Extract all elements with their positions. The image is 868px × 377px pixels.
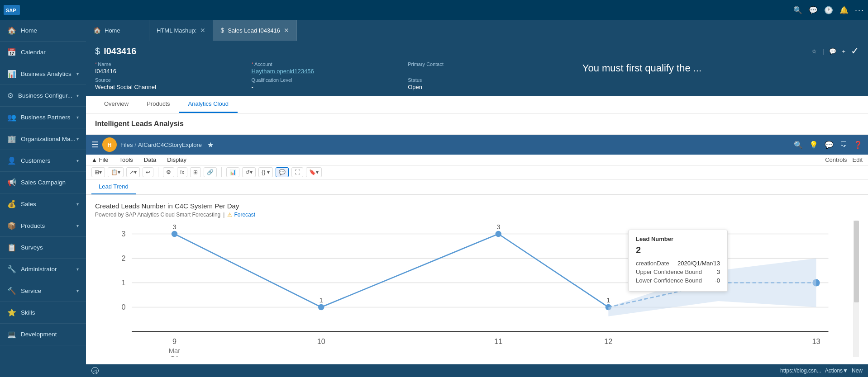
sidebar-item-calendar[interactable]: 📅 Calendar xyxy=(0,42,86,63)
menu-display[interactable]: Display xyxy=(167,156,186,163)
menu-file[interactable]: ▲ File xyxy=(91,156,108,163)
sac-path-files[interactable]: Files xyxy=(120,141,133,148)
comment-icon[interactable]: 💬 xyxy=(829,48,836,55)
toolbar-grid-btn[interactable]: ⊞▾ xyxy=(91,167,105,177)
toolbar-undo-btn[interactable]: ↩ xyxy=(143,167,153,177)
sidebar-item-products[interactable]: 📦 Products ▾ xyxy=(0,215,86,237)
controls-button[interactable]: Controls xyxy=(825,156,847,163)
sidebar-item-customers[interactable]: 👤 Customers ▾ xyxy=(0,150,86,172)
sac-path-story[interactable]: AICardC4CStoryExplore xyxy=(138,141,202,148)
chart-container: 3 2 1 0 xyxy=(95,221,859,357)
toolbar-comment-btn[interactable]: 💬 xyxy=(276,167,289,177)
toolbar-refresh-btn[interactable]: ↺▾ xyxy=(242,167,256,177)
tooltip-value: 2 xyxy=(636,245,720,255)
lead-id: I043416 xyxy=(104,46,136,57)
actions-button[interactable]: Actions▼ xyxy=(825,368,848,374)
plus-icon[interactable]: + xyxy=(842,48,845,55)
menu-data[interactable]: Data xyxy=(144,156,156,163)
lead-header: $ I043416 ☆ | 💬 + ✓ Name I043416 Account… xyxy=(86,41,868,96)
name-value: I043416 xyxy=(95,68,243,75)
edit-button[interactable]: Edit xyxy=(853,156,863,163)
sac-lightbulb-icon[interactable]: 💡 xyxy=(809,141,818,149)
sidebar-item-label: Business Analytics xyxy=(21,71,72,77)
sac-chat-icon[interactable]: 🗨 xyxy=(840,141,847,149)
more-icon[interactable]: ··· xyxy=(855,5,864,15)
hamburger-icon[interactable]: ☰ xyxy=(91,140,99,150)
tab-html-mashup[interactable]: HTML Mashup: ✕ xyxy=(149,20,213,41)
chevron-down-icon: ▾ xyxy=(76,267,79,272)
tooltip-header: Lead Number xyxy=(636,236,720,242)
chart-subtitle: Powered by SAP Analytics Cloud Smart For… xyxy=(95,212,859,218)
sidebar-item-label: Products xyxy=(21,222,45,229)
toolbar-copy-btn[interactable]: 📋▾ xyxy=(108,167,124,177)
sidebar-item-administrator[interactable]: 🔧 Administrator ▾ xyxy=(0,259,86,280)
new-button[interactable]: New xyxy=(852,368,863,374)
sidebar-item-home[interactable]: 🏠 Home xyxy=(0,20,86,42)
chart-svg: 3 2 1 0 xyxy=(95,221,859,357)
status-field: Status Open xyxy=(408,77,564,90)
sidebar-item-label: Home xyxy=(21,27,37,34)
chart-scrollbar-thumb[interactable] xyxy=(854,221,859,302)
sidebar-item-business-config[interactable]: ⚙ Business Configur... ▾ xyxy=(0,85,86,107)
lead-trend-tab[interactable]: Lead Trend xyxy=(91,179,136,194)
tab-close-icon[interactable]: ✕ xyxy=(200,27,205,34)
collapse-icon[interactable]: ◁ xyxy=(91,367,99,374)
config-icon: ⚙ xyxy=(7,91,14,100)
toolbar-link-btn[interactable]: 🔗 xyxy=(204,167,217,177)
sidebar-item-development[interactable]: 💻 Development xyxy=(0,324,86,345)
tab-sales-lead[interactable]: $ Sales Lead I043416 ✕ xyxy=(213,20,296,41)
toolbar-expand-btn[interactable]: ⛶ xyxy=(291,167,303,177)
sidebar-item-sales-campaign[interactable]: 📢 Sales Campaign xyxy=(0,172,86,193)
sidebar-item-org[interactable]: 🏢 Organizational Ma... ▾ xyxy=(0,128,86,150)
chat-icon[interactable]: 💬 xyxy=(809,6,818,14)
clock-icon[interactable]: 🕐 xyxy=(824,6,833,14)
sales-icon: 💰 xyxy=(7,200,16,208)
sidebar-item-sales[interactable]: 💰 Sales ▾ xyxy=(0,193,86,215)
chart-scrollbar[interactable] xyxy=(854,221,859,357)
tab-analytics-cloud[interactable]: Analytics Cloud xyxy=(179,96,238,113)
sac-help-icon[interactable]: ❓ xyxy=(854,141,863,149)
tooltip-date-value: 2020/Q1/Mar/13 xyxy=(677,260,720,267)
toolbar-chart-btn[interactable]: 📊 xyxy=(226,167,239,177)
tab-products[interactable]: Products xyxy=(138,96,179,113)
sidebar-item-surveys[interactable]: 📋 Surveys xyxy=(0,237,86,259)
chart-title: Created Leads Number in C4C System Per D… xyxy=(95,202,859,210)
sidebar-item-business-analytics[interactable]: 📊 Business Analytics ▾ xyxy=(0,63,86,85)
source-label: Source xyxy=(95,77,243,83)
svg-point-11 xyxy=(172,231,178,237)
tab-bar: 🏠 Home HTML Mashup: ✕ $ Sales Lead I0434… xyxy=(86,20,868,41)
tooltip-upper-value: 3 xyxy=(717,269,720,275)
tab-overview[interactable]: Overview xyxy=(95,96,138,113)
svg-point-12 xyxy=(318,304,324,311)
forecast-link[interactable]: Forecast xyxy=(234,212,255,218)
sidebar-item-service[interactable]: 🔨 Service ▾ xyxy=(0,280,86,302)
tab-home[interactable]: 🏠 Home xyxy=(86,20,149,41)
search-icon[interactable]: 🔍 xyxy=(793,6,802,14)
toolbar-filter-btn[interactable]: ⚙ xyxy=(163,167,174,177)
sac-search-icon[interactable]: 🔍 xyxy=(794,141,803,149)
admin-icon: 🔧 xyxy=(7,265,16,273)
star-icon[interactable]: ☆ xyxy=(811,48,817,55)
toolbar-table-btn[interactable]: ⊞ xyxy=(190,167,201,177)
toolbar-bookmark-btn[interactable]: 🔖▾ xyxy=(306,167,322,177)
toolbar-share-btn[interactable]: ↗▾ xyxy=(126,167,140,177)
tab-label: Home xyxy=(105,27,120,34)
sidebar-item-label: Development xyxy=(21,331,57,338)
tab-label: HTML Mashup: xyxy=(157,27,196,34)
sidebar-item-skills[interactable]: ⭐ Skills xyxy=(0,302,86,324)
home-tab-icon: 🏠 xyxy=(93,27,101,34)
menu-tools[interactable]: Tools xyxy=(119,156,133,163)
account-value[interactable]: Haytham openid123456 xyxy=(252,68,399,75)
sac-comment-badge-icon[interactable]: 💬 xyxy=(825,141,834,149)
sac-favorite-icon[interactable]: ★ xyxy=(207,141,214,149)
bell-icon[interactable]: 🔔 xyxy=(839,6,849,14)
qualify-icon[interactable]: ✓ xyxy=(851,45,859,57)
calendar-icon: 📅 xyxy=(7,48,16,57)
toolbar-code-btn[interactable]: {} ▾ xyxy=(258,167,272,177)
svg-text:1: 1 xyxy=(122,278,126,287)
toolbar-fx-btn[interactable]: fx xyxy=(177,167,187,177)
svg-text:11: 11 xyxy=(494,337,502,345)
lead-currency-icon: $ xyxy=(95,46,100,57)
tab-close-icon[interactable]: ✕ xyxy=(284,27,289,34)
sidebar-item-business-partners[interactable]: 👥 Business Partners ▾ xyxy=(0,107,86,128)
